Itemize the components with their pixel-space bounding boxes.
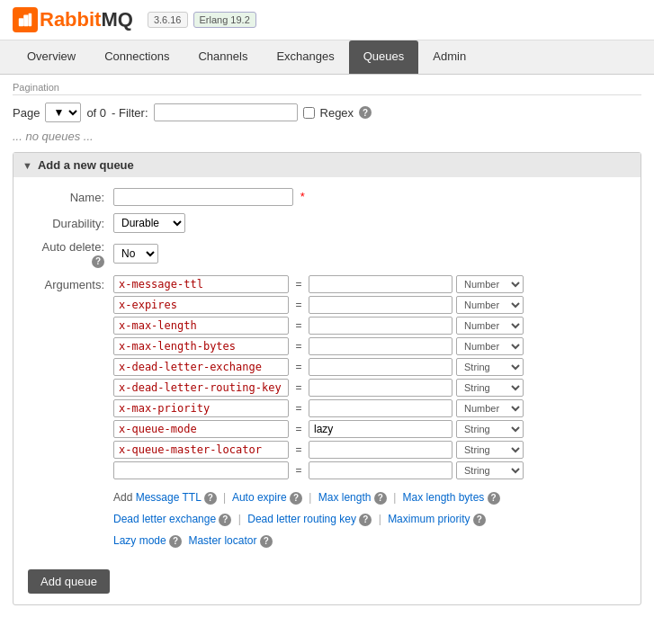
version-badge: 3.6.16 bbox=[148, 12, 188, 28]
shortcut-max-length-bytes[interactable]: Max length bytes bbox=[403, 491, 485, 504]
arg-type-9[interactable]: StringNumberBoolean bbox=[456, 461, 524, 479]
arg-val-9[interactable] bbox=[309, 461, 452, 479]
shortcut-lazy-mode[interactable]: Lazy mode bbox=[113, 534, 166, 547]
name-input[interactable] bbox=[113, 188, 293, 206]
name-row: Name: * bbox=[28, 188, 626, 206]
arg-row-5: = StringNumberBoolean bbox=[113, 379, 524, 397]
add-queue-button[interactable]: Add queue bbox=[28, 569, 110, 594]
nav-admin[interactable]: Admin bbox=[418, 40, 480, 74]
arg-type-6[interactable]: NumberStringBoolean bbox=[456, 399, 524, 417]
arg-val-7[interactable] bbox=[309, 420, 452, 438]
shortcut-message-ttl[interactable]: Message TTL bbox=[136, 491, 202, 504]
help-dead-letter-routing-key[interactable]: ? bbox=[359, 514, 372, 526]
nav-queues[interactable]: Queues bbox=[349, 40, 419, 74]
arg-val-2[interactable] bbox=[309, 317, 452, 335]
arg-row-2: = NumberStringBoolean bbox=[113, 317, 524, 335]
name-control: * bbox=[113, 188, 305, 206]
arguments-row: Arguments: = NumberStringBoolean = N bbox=[28, 275, 626, 551]
help-maximum-priority[interactable]: ? bbox=[473, 514, 486, 526]
arg-key-4[interactable] bbox=[113, 358, 289, 376]
arg-eq-4: = bbox=[292, 361, 305, 373]
arg-eq-0: = bbox=[292, 278, 305, 291]
arg-eq-2: = bbox=[292, 319, 305, 332]
arg-key-9[interactable] bbox=[113, 461, 289, 479]
nav-connections[interactable]: Connections bbox=[90, 40, 184, 74]
arg-type-3[interactable]: NumberStringBoolean bbox=[456, 337, 524, 355]
arg-val-1[interactable] bbox=[309, 296, 452, 314]
shortcut-maximum-priority[interactable]: Maximum priority bbox=[388, 513, 470, 525]
nav-bar: Overview Connections Channels Exchanges … bbox=[0, 40, 654, 75]
nav-channels[interactable]: Channels bbox=[184, 40, 262, 74]
nav-overview[interactable]: Overview bbox=[13, 40, 90, 74]
durability-control: Durable Transient bbox=[113, 213, 185, 233]
pagination-row: Page ▼ of 0 - Filter: Regex ? bbox=[13, 103, 641, 122]
arg-eq-9: = bbox=[292, 464, 305, 477]
arg-val-3[interactable] bbox=[309, 337, 452, 355]
arg-eq-5: = bbox=[292, 381, 305, 394]
help-lazy-mode[interactable]: ? bbox=[169, 535, 182, 548]
arg-key-5[interactable] bbox=[113, 379, 289, 397]
arg-type-0[interactable]: NumberStringBoolean bbox=[456, 275, 524, 293]
arg-eq-7: = bbox=[292, 423, 305, 435]
filter-input[interactable] bbox=[154, 103, 298, 121]
arg-type-8[interactable]: StringNumberBoolean bbox=[456, 441, 524, 459]
help-message-ttl[interactable]: ? bbox=[204, 492, 217, 505]
arg-type-1[interactable]: NumberStringBoolean bbox=[456, 296, 524, 314]
durability-select[interactable]: Durable Transient bbox=[113, 213, 185, 233]
shortcut-auto-expire[interactable]: Auto expire bbox=[232, 491, 287, 504]
logo-text: RabbitMQ bbox=[40, 8, 133, 31]
arg-key-1[interactable] bbox=[113, 296, 289, 314]
auto-delete-help-icon[interactable]: ? bbox=[92, 255, 104, 268]
durability-label: Durability: bbox=[28, 217, 113, 230]
shortcut-master-locator[interactable]: Master locator bbox=[188, 534, 256, 547]
collapse-icon: ▼ bbox=[22, 160, 32, 171]
arguments-table: = NumberStringBoolean = NumberStringBool… bbox=[113, 275, 524, 551]
erlang-badge: Erlang 19.2 bbox=[193, 12, 256, 28]
arg-type-4[interactable]: StringNumberBoolean bbox=[456, 358, 524, 376]
arg-type-7[interactable]: StringNumberBoolean bbox=[456, 420, 524, 438]
shortcut-dead-letter-routing-key[interactable]: Dead letter routing key bbox=[247, 513, 356, 525]
nav-exchanges[interactable]: Exchanges bbox=[262, 40, 348, 74]
svg-rect-1 bbox=[23, 15, 28, 27]
arg-val-4[interactable] bbox=[309, 358, 452, 376]
auto-delete-select[interactable]: No Yes bbox=[113, 244, 158, 264]
add-label: Add bbox=[113, 491, 132, 504]
regex-checkbox[interactable] bbox=[303, 107, 315, 119]
shortcut-dead-letter-exchange[interactable]: Dead letter exchange bbox=[113, 513, 216, 525]
help-max-length[interactable]: ? bbox=[374, 492, 387, 505]
arg-val-6[interactable] bbox=[309, 399, 452, 417]
arg-val-0[interactable] bbox=[309, 275, 452, 293]
arg-row-6: = NumberStringBoolean bbox=[113, 399, 524, 417]
arg-type-2[interactable]: NumberStringBoolean bbox=[456, 317, 524, 335]
help-auto-expire[interactable]: ? bbox=[290, 492, 302, 505]
durability-row: Durability: Durable Transient bbox=[28, 213, 626, 233]
regex-label: Regex bbox=[320, 106, 354, 120]
arg-val-5[interactable] bbox=[309, 379, 452, 397]
help-dead-letter-exchange[interactable]: ? bbox=[219, 514, 231, 526]
arg-key-8[interactable] bbox=[113, 441, 289, 459]
help-max-length-bytes[interactable]: ? bbox=[488, 492, 500, 505]
arg-row-7: = StringNumberBoolean bbox=[113, 420, 524, 438]
arg-key-6[interactable] bbox=[113, 399, 289, 417]
shortcut-max-length[interactable]: Max length bbox=[318, 491, 372, 504]
arg-row-3: = NumberStringBoolean bbox=[113, 337, 524, 355]
arg-key-2[interactable] bbox=[113, 317, 289, 335]
name-label: Name: bbox=[28, 191, 113, 204]
arg-key-0[interactable] bbox=[113, 275, 289, 293]
arguments-label: Arguments: bbox=[28, 275, 113, 291]
auto-delete-control: No Yes bbox=[113, 244, 158, 264]
page-select[interactable]: ▼ bbox=[45, 103, 81, 122]
pagination-section-label: Pagination bbox=[13, 82, 641, 95]
arg-type-5[interactable]: StringNumberBoolean bbox=[456, 379, 524, 397]
arg-val-8[interactable] bbox=[309, 441, 452, 459]
logo-icon bbox=[13, 7, 38, 32]
header: RabbitMQ 3.6.16 Erlang 19.2 bbox=[0, 0, 654, 40]
auto-delete-row: Auto delete: ? No Yes bbox=[28, 240, 626, 268]
arg-key-3[interactable] bbox=[113, 337, 289, 355]
svg-rect-0 bbox=[19, 18, 23, 26]
arg-key-7[interactable] bbox=[113, 420, 289, 438]
content: Pagination Page ▼ of 0 - Filter: Regex ?… bbox=[0, 75, 654, 613]
help-master-locator[interactable]: ? bbox=[260, 535, 273, 548]
regex-help-icon[interactable]: ? bbox=[359, 106, 372, 119]
add-queue-header[interactable]: ▼ Add a new queue bbox=[13, 153, 641, 177]
